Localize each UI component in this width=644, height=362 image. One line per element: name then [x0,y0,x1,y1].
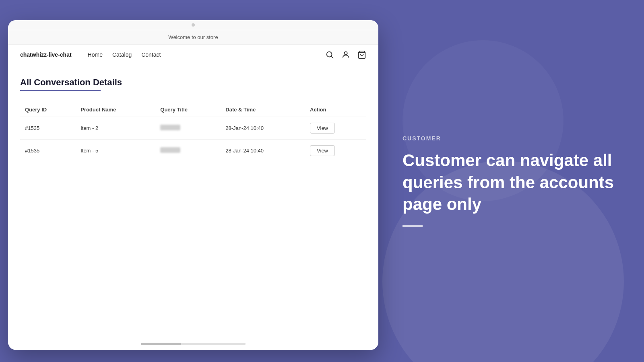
browser-bottom [8,338,378,350]
account-icon[interactable] [341,50,350,59]
customer-label: CUSTOMER [402,135,620,142]
right-panel: CUSTOMER Customer can navigate all queri… [378,111,644,251]
svg-line-1 [331,56,333,58]
cell-query-title-1 [155,117,221,140]
table-header: Query ID Product Name Query Title Date &… [20,103,366,117]
cell-query-id-2: #1535 [20,140,76,162]
table-body: #1535 Item - 2 28-Jan-24 10:40 View #153… [20,117,366,162]
search-icon[interactable] [325,50,334,59]
scrollbar-track[interactable] [141,343,246,345]
nav-link-contact[interactable]: Contact [141,51,161,58]
svg-point-2 [344,52,347,55]
nav-link-home[interactable]: Home [88,51,103,58]
browser-mockup: Welcome to our store chatwhizz-live-chat… [8,20,378,350]
title-underline [20,90,101,91]
page-title: All Conversation Details [20,77,366,88]
url-dot [192,23,195,27]
col-date-time: Date & Time [221,103,305,117]
cell-product-name-1: Item - 2 [76,117,155,140]
customer-heading: Customer can navigate all queries from t… [402,150,620,216]
cart-icon[interactable] [357,50,366,59]
col-query-id: Query ID [20,103,76,117]
store-logo: chatwhizz-live-chat [20,51,72,58]
table-row: #1535 Item - 2 28-Jan-24 10:40 View [20,117,366,140]
customer-divider [402,225,423,227]
nav-link-catalog[interactable]: Catalog [112,51,132,58]
nav-icons [325,50,366,59]
blurred-query-title-1 [160,125,180,130]
cell-date-1: 28-Jan-24 10:40 [221,117,305,140]
cell-date-2: 28-Jan-24 10:40 [221,140,305,162]
table-row: #1535 Item - 5 28-Jan-24 10:40 View [20,140,366,162]
cell-query-title-2 [155,140,221,162]
cell-action-1: View [305,117,366,140]
col-action: Action [305,103,366,117]
store-content: All Conversation Details Query ID Produc… [8,65,378,174]
blurred-query-title-2 [160,147,180,153]
table-header-row: Query ID Product Name Query Title Date &… [20,103,366,117]
nav-links: Home Catalog Contact [88,51,325,58]
cell-action-2: View [305,140,366,162]
col-query-title: Query Title [155,103,221,117]
conversation-table: Query ID Product Name Query Title Date &… [20,103,366,162]
col-product-name: Product Name [76,103,155,117]
store-nav: chatwhizz-live-chat Home Catalog Contact [8,45,378,65]
scrollbar-thumb[interactable] [141,343,181,345]
view-button-1[interactable]: View [310,123,335,134]
announcement-text: Welcome to our store [168,34,218,40]
view-button-2[interactable]: View [310,145,335,156]
cell-query-id-1: #1535 [20,117,76,140]
announcement-bar: Welcome to our store [8,30,378,45]
cell-product-name-2: Item - 5 [76,140,155,162]
svg-point-0 [327,52,332,57]
url-bar [8,20,378,30]
